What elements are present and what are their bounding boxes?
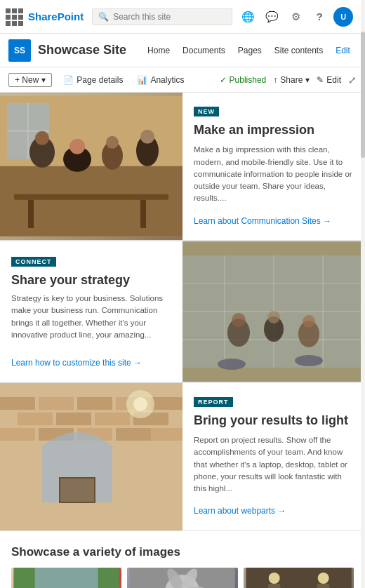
share-chevron-icon: ▾ [305, 75, 310, 85]
hero-learn-link[interactable]: Learn about Communication Sites → [194, 216, 354, 226]
showcase-image-grid [11, 568, 354, 588]
hero-text-panel: NEW Make an impression Make a big impres… [182, 93, 365, 240]
new-button[interactable]: + New ▾ [8, 73, 52, 87]
edit-pencil-icon: ✎ [317, 75, 324, 85]
help-icon-btn[interactable]: ? [310, 7, 329, 27]
svg-rect-48 [60, 478, 95, 502]
hero-image [0, 93, 182, 240]
analytics-button[interactable]: 📊 Analytics [134, 74, 187, 86]
user-avatar[interactable]: U [333, 7, 353, 27]
showcase-title: Showcase a variety of images [11, 545, 354, 559]
nav-pages[interactable]: Pages [232, 43, 267, 58]
showcase-section: Showcase a variety of images [0, 531, 365, 588]
report-learn-link[interactable]: Learn about webparts → [194, 506, 354, 516]
showcase-image-3 [244, 568, 354, 588]
chat-icon-btn[interactable]: 💬 [262, 7, 281, 27]
report-badge: REPORT [194, 397, 233, 407]
svg-point-30 [303, 315, 315, 328]
share-button[interactable]: ↑ Share ▾ [273, 75, 310, 85]
hero-image-svg [0, 93, 182, 240]
chevron-down-icon: ▾ [41, 75, 46, 85]
page-details-icon: 📄 [63, 75, 74, 85]
new-label: + New [15, 75, 39, 85]
svg-point-70 [268, 573, 279, 584]
svg-rect-15 [140, 200, 146, 228]
connect-section: CONNECT Share your strategy Strategy is … [0, 241, 365, 382]
svg-point-32 [295, 355, 323, 366]
hero-description: Make a big impression with this clean, m… [194, 144, 354, 204]
site-title: Showcase Site [38, 43, 126, 58]
waffle-icon[interactable] [6, 8, 22, 25]
scrollbar-track [361, 0, 365, 588]
connect-image [182, 241, 365, 382]
svg-rect-41 [95, 413, 130, 425]
connect-badge: CONNECT [11, 257, 56, 267]
connect-description: Strategy is key to your business. Soluti… [11, 293, 171, 341]
toolbar-right: ✓ Published ↑ Share ▾ ✎ Edit ⤢ [220, 74, 357, 86]
svg-rect-14 [28, 200, 34, 228]
top-navbar: SharePoint 🔍 🌐 💬 ⚙ ? U [0, 0, 365, 34]
svg-point-12 [140, 130, 154, 144]
svg-rect-13 [14, 194, 168, 200]
top-icons: 🌐 💬 ⚙ ? U [238, 7, 353, 27]
showcase-image-2 [127, 568, 237, 588]
svg-point-28 [267, 311, 280, 323]
svg-rect-39 [18, 413, 53, 425]
expand-button[interactable]: ⤢ [348, 74, 357, 86]
svg-point-31 [218, 359, 246, 370]
page-details-button[interactable]: 📄 Page details [60, 74, 126, 86]
svg-point-6 [35, 131, 49, 145]
site-nav: Home Documents Pages Site contents Edit [142, 43, 356, 58]
globe-icon: 🌐 [241, 11, 255, 23]
help-icon: ? [317, 11, 323, 22]
check-icon: ✓ [220, 75, 227, 85]
site-header: SS Showcase Site Home Documents Pages Si… [0, 34, 365, 67]
nav-home[interactable]: Home [142, 43, 175, 58]
svg-rect-38 [151, 397, 182, 410]
svg-rect-43 [0, 428, 35, 441]
settings-icon: ⚙ [291, 11, 300, 23]
svg-rect-46 [116, 428, 151, 441]
svg-rect-36 [77, 397, 112, 410]
svg-rect-1 [0, 166, 182, 236]
connect-image-svg [182, 241, 365, 382]
report-text-panel: REPORT Bring your results to light Repor… [182, 383, 365, 530]
svg-point-71 [317, 573, 328, 584]
svg-rect-34 [0, 397, 35, 410]
svg-rect-59 [35, 568, 98, 588]
report-description: Report on project results. Show off the … [194, 434, 354, 495]
settings-icon-btn[interactable]: ⚙ [286, 7, 305, 27]
svg-rect-40 [56, 413, 91, 425]
report-section: REPORT Bring your results to light Repor… [0, 382, 365, 530]
svg-point-51 [133, 397, 147, 411]
globe-icon-btn[interactable]: 🌐 [238, 7, 258, 27]
scrollbar-thumb[interactable] [361, 32, 365, 158]
search-box[interactable]: 🔍 [92, 8, 232, 25]
search-icon: 🔍 [98, 12, 109, 22]
svg-rect-47 [151, 428, 182, 441]
connect-title: Share your strategy [11, 272, 171, 288]
svg-point-8 [69, 139, 85, 154]
nav-edit[interactable]: Edit [330, 43, 356, 58]
report-image [0, 383, 182, 530]
share-icon: ↑ [273, 75, 277, 85]
connect-learn-link[interactable]: Learn how to customize this site → [11, 358, 171, 368]
report-title: Bring your results to light [194, 413, 354, 429]
app-name[interactable]: SharePoint [28, 11, 84, 22]
hero-badge: NEW [194, 107, 219, 116]
svg-rect-69 [246, 568, 351, 588]
nav-site-contents[interactable]: Site contents [269, 43, 328, 58]
svg-point-26 [232, 313, 246, 327]
showcase-image-1 [11, 568, 121, 588]
svg-rect-35 [39, 397, 74, 410]
analytics-icon: 📊 [137, 75, 147, 85]
hero-section: NEW Make an impression Make a big impres… [0, 93, 365, 240]
report-image-svg [0, 383, 182, 530]
hero-title: Make an impression [194, 122, 354, 138]
svg-point-10 [106, 136, 119, 149]
search-input[interactable] [113, 12, 226, 22]
chat-icon: 💬 [265, 11, 279, 23]
nav-documents[interactable]: Documents [177, 43, 231, 58]
connect-text-panel: CONNECT Share your strategy Strategy is … [0, 241, 182, 382]
edit-button[interactable]: ✎ Edit [317, 75, 341, 85]
